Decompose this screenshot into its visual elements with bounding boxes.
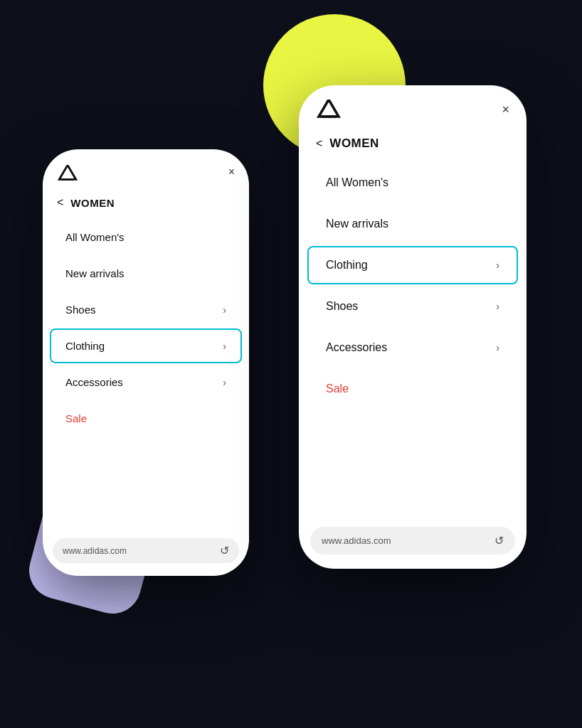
chevron-right-icon: › — [223, 377, 226, 388]
menu-item-label: Shoes — [65, 304, 96, 316]
menu-item-label: Sale — [326, 382, 349, 395]
phone-left: × < WOMEN All Women'sNew arrivalsShoes›C… — [43, 149, 249, 576]
menu-item[interactable]: Accessories› — [307, 328, 518, 367]
menu-item[interactable]: New arrivals — [307, 205, 518, 243]
menu-item[interactable]: Clothing› — [50, 328, 242, 363]
chevron-right-icon: › — [223, 304, 226, 316]
menu-item[interactable]: Shoes› — [50, 292, 242, 327]
menu-item[interactable]: Sale — [307, 370, 518, 408]
menu-item[interactable]: New arrivals — [50, 256, 242, 291]
adidas-logo-left — [57, 162, 78, 182]
url-bar-left: www.adidas.com ↺ — [53, 538, 239, 563]
phone-left-topbar: × — [43, 149, 249, 189]
refresh-icon-left[interactable]: ↺ — [220, 544, 229, 557]
chevron-right-icon: › — [496, 259, 499, 271]
phone-right-topbar: × — [299, 85, 527, 128]
menu-item-label: New arrivals — [65, 267, 125, 279]
section-title-left: WOMEN — [70, 197, 115, 209]
menu-item[interactable]: All Women's — [307, 164, 518, 202]
back-arrow-left[interactable]: < — [57, 196, 63, 209]
menu-item-label: All Women's — [326, 176, 388, 189]
chevron-right-icon: › — [496, 342, 499, 353]
menu-item-label: Clothing — [65, 340, 105, 352]
chevron-right-icon: › — [223, 341, 226, 352]
menu-item-label: All Women's — [65, 231, 125, 243]
svg-marker-0 — [59, 165, 75, 179]
section-title-right: WOMEN — [329, 136, 379, 151]
menu-list-right: All Women'sNew arrivalsClothing›Shoes›Ac… — [299, 156, 527, 527]
chevron-right-icon: › — [496, 301, 499, 312]
menu-item-label: Accessories — [65, 376, 123, 388]
menu-item-label: New arrivals — [326, 218, 388, 230]
url-bar-right: www.adidas.com ↺ — [310, 527, 515, 555]
scene: × < WOMEN All Women'sNew arrivalsShoes›C… — [0, 0, 582, 728]
close-button-right[interactable]: × — [502, 103, 509, 116]
refresh-icon-right[interactable]: ↺ — [494, 534, 504, 547]
adidas-logo-right — [316, 100, 342, 119]
menu-item-label: Shoes — [326, 300, 358, 313]
menu-list-left: All Women'sNew arrivalsShoes›Clothing›Ac… — [43, 213, 249, 538]
url-text-right: www.adidas.com — [322, 535, 391, 546]
menu-item[interactable]: Sale — [50, 401, 242, 436]
menu-item[interactable]: Accessories› — [50, 365, 242, 400]
menu-item[interactable]: Clothing› — [307, 246, 518, 284]
section-header-right: < WOMEN — [299, 128, 527, 156]
menu-item[interactable]: All Women's — [50, 220, 242, 255]
phone-right: × < WOMEN All Women'sNew arrivalsClothin… — [299, 85, 527, 569]
back-arrow-right[interactable]: < — [316, 137, 322, 150]
menu-item-label: Sale — [65, 412, 87, 424]
url-text-left: www.adidas.com — [63, 546, 127, 556]
menu-item[interactable]: Shoes› — [307, 287, 518, 326]
section-header-left: < WOMEN — [43, 189, 249, 213]
svg-marker-2 — [319, 100, 339, 117]
menu-item-label: Clothing — [326, 259, 368, 272]
close-button-left[interactable]: × — [228, 166, 235, 178]
menu-item-label: Accessories — [326, 341, 387, 354]
